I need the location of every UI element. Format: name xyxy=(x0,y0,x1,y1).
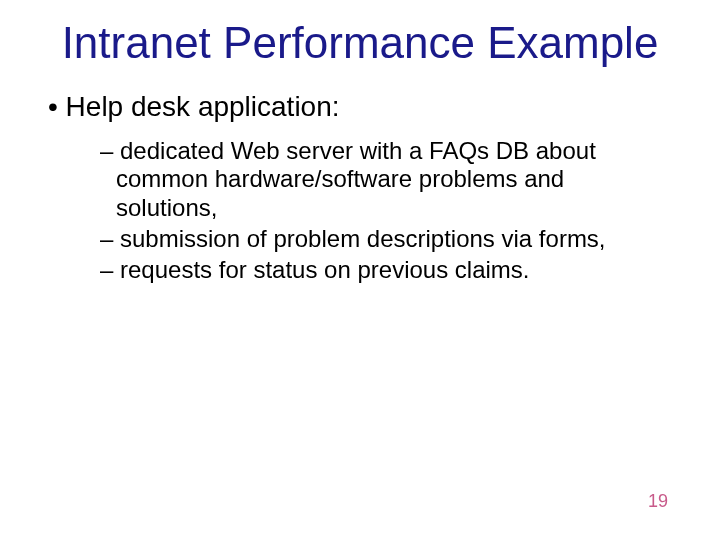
slide-title: Intranet Performance Example xyxy=(40,18,680,69)
bullet-sub-1: dedicated Web server with a FAQs DB abou… xyxy=(100,137,640,223)
bullet-sub-2: submission of problem descriptions via f… xyxy=(100,225,640,254)
bullet-sub-3: requests for status on previous claims. xyxy=(100,256,640,285)
page-number: 19 xyxy=(648,491,668,512)
bullet-main: Help desk application: xyxy=(48,91,680,123)
